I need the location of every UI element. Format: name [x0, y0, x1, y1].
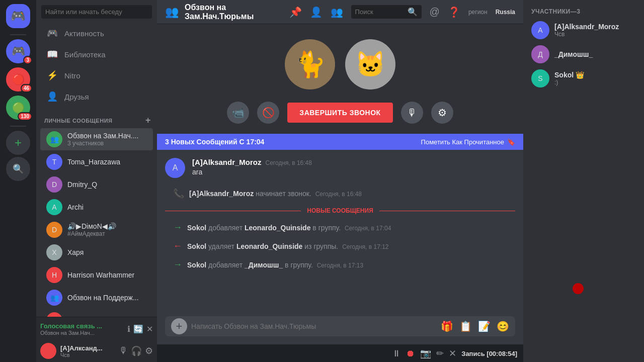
members-button[interactable]: 👥 [331, 6, 343, 18]
dm-sidebar: 🎮 Активность 📖 Библиотека ⚡ Nitro 👤 Друз… [36, 0, 157, 362]
search-input[interactable] [355, 8, 405, 16]
server-2[interactable]: 🔴 46 [6, 67, 30, 92]
rec-record-button[interactable]: ⏺ [406, 348, 415, 359]
discord-logo[interactable]: 🎮 [6, 4, 30, 28]
dm-item-toma[interactable]: T Toma_Harazawa [40, 151, 153, 173]
recording-bar: ⏸ ⏺ 📷 ✏ ✕ Запись [00:08:54] [157, 344, 523, 362]
nav-activity[interactable]: 🎮 Активность [40, 23, 153, 43]
pin-button[interactable]: 📌 [289, 6, 302, 18]
panel-section-title: УЧАСТНИКИ—3 [531, 8, 636, 15]
dm-avatar-archi: A [46, 199, 62, 215]
nav-library[interactable]: 📖 Библиотека [40, 44, 153, 64]
dm-avatar-harya: Х [46, 244, 62, 260]
add-dm-button[interactable]: + [145, 115, 151, 126]
bookmark-icon: 🔖 [507, 138, 515, 146]
voice-close-icon[interactable]: ✕ [146, 324, 153, 334]
mention-button[interactable]: @ [430, 6, 440, 18]
input-box: + 🎁 📋 📝 😊 [165, 316, 515, 336]
dm-avatar-toma: T [46, 154, 62, 170]
right-panel: УЧАСТНИКИ—3 A [A]Alksandr_Moroz Чсв Д _Д… [523, 0, 644, 362]
message-input[interactable] [191, 316, 437, 336]
panel-member-sokol[interactable]: S Sokol 👑 :) [531, 69, 636, 87]
dm-item-gta[interactable]: GTA Grand Theft Auto San ... 🖥 [40, 309, 153, 317]
server-3[interactable]: 🟢 130 [6, 96, 30, 120]
headphones-button[interactable]: 🎧 [131, 345, 142, 356]
dm-avatar-dimon: D [46, 222, 62, 238]
search-input[interactable] [41, 5, 152, 19]
panel-avatar-alksandr: A [531, 21, 549, 39]
sys-time: Сегодня, в 16:48 [315, 191, 362, 198]
server-1[interactable]: 🎮 3 [6, 39, 30, 63]
server-1-badge: 3 [23, 56, 32, 64]
mic-button[interactable]: 🎙 [119, 345, 128, 356]
settings-button[interactable]: ⚙ [145, 345, 153, 356]
dm-item-dmitry[interactable]: D Dmitry_Q [40, 173, 153, 196]
search-box: 🔍 [351, 5, 422, 19]
voice-info-icon[interactable]: ℹ [127, 324, 130, 334]
dm-name-dmitry: Dmitry_Q [67, 180, 149, 189]
search-icon: 🔍 [408, 7, 418, 17]
dm-name-dimon: 🔊▶DiмоN◀🔊 [67, 222, 149, 230]
nav-friends[interactable]: 👤 Друзья [40, 86, 153, 107]
call-settings-button[interactable]: ⚙ [431, 102, 453, 124]
user-avatar [40, 343, 56, 359]
add-icon-2: → [173, 259, 182, 270]
call-avatar-1: 🐈 [285, 39, 335, 89]
dm-list: 👥 Обзвон на Зам.Нач.... 3 участников T T… [36, 128, 157, 317]
sys-actor: [A]Alksandr_Moroz [189, 190, 254, 198]
call-avatar-2: 🐱 [345, 39, 395, 89]
dm-avatar-gta: GTA [46, 312, 62, 317]
panel-member-alksandr[interactable]: A [A]Alksandr_Moroz Чсв [531, 21, 636, 39]
dm-item-archi[interactable]: A Archi [40, 196, 153, 218]
dm-name-gta: Grand Theft Auto San ... [67, 316, 137, 317]
new-messages-label: НОВЫЕ СООБЩЕНИЯ [307, 207, 373, 214]
voice-refresh-icon[interactable]: 🔄 [133, 324, 143, 334]
dm-item-obzvon[interactable]: 👥 Обзвон на Зам.Нач.... 3 участников [40, 128, 153, 150]
end-call-button[interactable]: ЗАВЕРШИТЬ ЗВОНОК [287, 103, 392, 123]
sys-actor: Sokol [187, 242, 206, 250]
rec-stop-button[interactable]: ⏸ [392, 348, 401, 359]
nav-nitro-label: Nitro [64, 71, 80, 80]
add-member-button[interactable]: 👤 [310, 6, 323, 18]
sticker-button[interactable]: 📝 [478, 320, 491, 332]
sys-suffix: в группу. [312, 224, 341, 232]
emoji-button[interactable]: 😊 [497, 320, 509, 332]
rec-close-button[interactable]: ✕ [449, 348, 456, 359]
dm-sub-obzvon: 3 участников [67, 140, 149, 147]
chat-header: 👥 Обзвон на Зам.Нач.Тюрьмы 📌 👤 👥 🔍 @ ❓ р… [157, 0, 523, 24]
rail-divider-2 [10, 126, 26, 127]
sys-action: удаляет [208, 242, 236, 250]
panel-member-status: Чсв [554, 31, 636, 38]
attach-button[interactable]: + [171, 318, 187, 334]
nav-nitro[interactable]: ⚡ Nitro [40, 65, 153, 85]
dm-item-harya[interactable]: Х Харя [40, 241, 153, 263]
dm-item-dimon[interactable]: D 🔊▶DiмоN◀🔊 #АймАдекват [40, 219, 153, 241]
sys-action: добавляет [208, 224, 245, 232]
add-server-button[interactable]: + [6, 131, 30, 155]
call-mic-button[interactable]: 🎙 [401, 102, 423, 124]
avatar: A [165, 158, 185, 178]
video-button[interactable]: 📹 [227, 102, 249, 124]
help-button[interactable]: ❓ [448, 6, 460, 18]
panel-avatar-sokol: S [531, 69, 549, 87]
input-area: + 🎁 📋 📝 😊 [157, 316, 523, 344]
gift-button[interactable]: 🎁 [441, 320, 453, 332]
rec-pen-button[interactable]: ✏ [436, 348, 444, 359]
phone-icon: 📞 [173, 188, 184, 199]
mark-read-button[interactable]: Пометить Как Прочитанное 🔖 [421, 138, 515, 146]
dm-item-harrison[interactable]: H Harrison Warhammer [40, 264, 153, 286]
dm-item-obzvon2[interactable]: 👥 Обзвон на Поддерж... [40, 287, 153, 309]
sys-action: начинает звонок. [256, 190, 311, 198]
panel-member-dimoshsh[interactable]: Д _Димошш_ [531, 45, 636, 63]
video-off-button[interactable]: 🚫 [257, 102, 279, 124]
dm-name-archi: Archi [67, 203, 149, 211]
gif-button[interactable]: 📋 [459, 320, 472, 332]
sys-target: Leonardo_Quinside [236, 242, 302, 250]
explore-button[interactable]: 🔍 [6, 157, 30, 181]
sys-time: Сегодня, в 17:04 [345, 225, 391, 232]
rec-camera-button[interactable]: 📷 [420, 348, 431, 359]
rail-divider [10, 34, 26, 35]
sys-time: Сегодня, в 17:12 [342, 243, 388, 250]
voice-title: Голосовая связь ... [40, 322, 102, 330]
voice-bar: Голосовая связь ... Обзвон на Зам.Нач...… [36, 317, 157, 340]
